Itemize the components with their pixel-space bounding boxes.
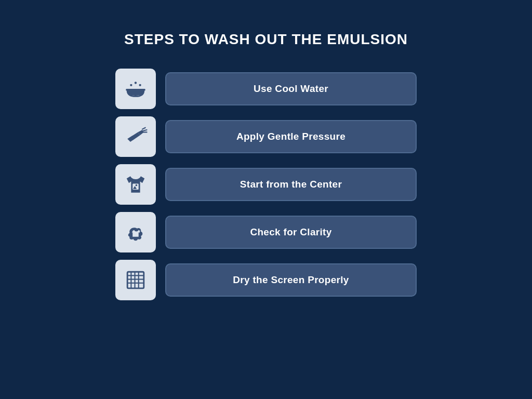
step-row-4: Check for Clarity: [115, 212, 417, 252]
svg-rect-3: [126, 89, 145, 91]
step-4-label-box: Check for Clarity: [165, 216, 417, 249]
tshirt-print-icon: [115, 164, 156, 205]
spray-gun-icon: [115, 116, 156, 157]
svg-point-8: [136, 184, 138, 187]
svg-point-0: [130, 84, 132, 86]
svg-point-1: [135, 82, 137, 84]
step-row-3: Start from the Center: [115, 164, 417, 205]
step-row-2: Apply Gentle Pressure: [115, 116, 417, 157]
step-2-label: Apply Gentle Pressure: [236, 131, 345, 142]
mesh-screen-icon: [115, 260, 156, 300]
step-5-label-box: Dry the Screen Properly: [165, 263, 417, 297]
svg-point-2: [139, 84, 141, 86]
water-drop-icon: [115, 69, 156, 109]
step-1-label-box: Use Cool Water: [165, 72, 417, 105]
step-3-label-box: Start from the Center: [165, 168, 417, 201]
splatter-icon: [115, 212, 156, 252]
step-1-label: Use Cool Water: [254, 83, 328, 95]
step-row-5: Dry the Screen Properly: [115, 260, 417, 300]
svg-line-4: [142, 128, 145, 129]
page-title: STEPS TO WASH OUT THE EMULSION: [124, 31, 408, 48]
steps-list: Use Cool Water Apply Gentle Pressure: [115, 69, 417, 300]
step-5-label: Dry the Screen Properly: [233, 274, 349, 286]
step-row-1: Use Cool Water: [115, 69, 417, 109]
svg-rect-9: [127, 272, 144, 288]
step-4-label: Check for Clarity: [250, 227, 331, 238]
step-2-label-box: Apply Gentle Pressure: [165, 120, 417, 153]
step-3-label: Start from the Center: [240, 179, 342, 190]
svg-line-5: [143, 130, 147, 130]
